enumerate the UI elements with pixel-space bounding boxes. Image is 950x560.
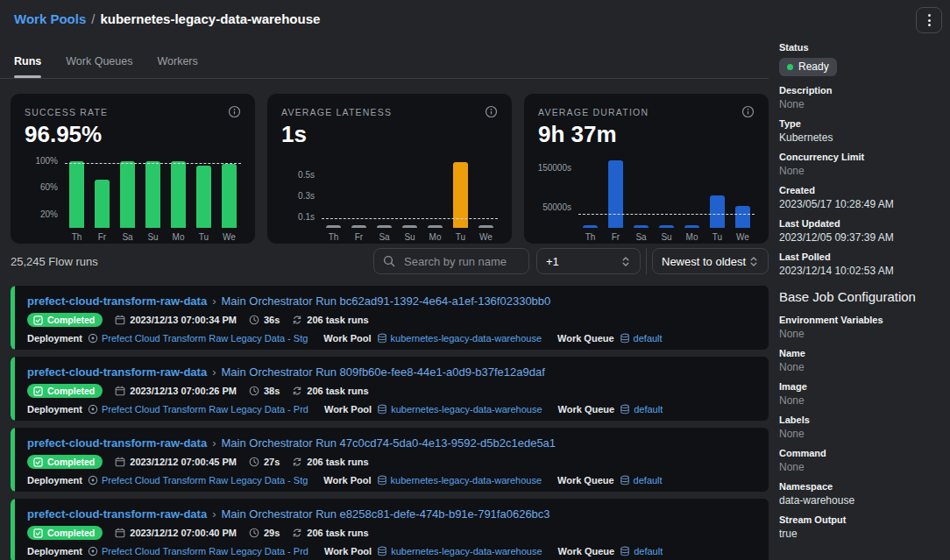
bar-We[interactable] <box>479 225 494 228</box>
flow-run-title: prefect-cloud-transform-raw-data›Main Or… <box>27 365 756 379</box>
tab-runs[interactable]: Runs <box>14 54 41 68</box>
bar-Fr[interactable] <box>608 160 624 228</box>
check-icon <box>33 315 43 325</box>
base-job-configuration-title: Base Job Configuration <box>779 288 942 306</box>
bar-Sa[interactable] <box>377 225 393 228</box>
bar-Su[interactable] <box>402 225 418 228</box>
work-pool-link[interactable]: kubernetes-legacy-data-warehouse <box>377 333 542 344</box>
bar-Su[interactable] <box>659 225 675 228</box>
tab-workers[interactable]: Workers <box>157 54 197 68</box>
info-icon[interactable] <box>741 105 755 118</box>
deployment-link[interactable]: Prefect Cloud Transform Raw Legacy Data … <box>88 333 308 344</box>
card-value: 1s <box>281 121 498 147</box>
bar-Fr[interactable] <box>95 180 110 228</box>
work-queue-link[interactable]: default <box>620 546 663 556</box>
flow-run-row[interactable]: prefect-cloud-transform-raw-data›Main Or… <box>11 499 769 560</box>
status-text: Ready <box>798 60 829 74</box>
sort-select[interactable]: Newest to oldest <box>652 248 769 274</box>
breadcrumb-work-pools-link[interactable]: Work Pools <box>14 11 86 26</box>
kebab-menu-button[interactable] <box>916 7 942 33</box>
bar-Fr[interactable] <box>351 225 367 228</box>
flow-run-meta: Completed 2023/12/13 07:00:34 PM 36s 206… <box>27 313 756 327</box>
bar-Sa[interactable] <box>120 161 136 228</box>
database-icon <box>620 546 630 556</box>
flow-run-name-link[interactable]: Main Orchestrator Run e8258c81-defe-474b… <box>221 507 549 521</box>
work-pool-label: Work Pool <box>323 333 371 344</box>
detail-label: Labels <box>779 415 942 426</box>
task-runs-icon <box>292 315 302 325</box>
bar-Th[interactable] <box>583 225 599 228</box>
stat-card-average-lateness: AVERAGE LATENESS 1s 0.5s0.3s0.1sThFrSaSu… <box>267 94 512 244</box>
sort-value: Newest to oldest <box>662 255 746 268</box>
completed-state-badge: Completed <box>27 313 103 327</box>
completed-state-badge: Completed <box>27 384 103 398</box>
bar-We[interactable] <box>735 206 751 228</box>
work-pool-link[interactable]: kubernetes-legacy-data-warehouse <box>377 546 542 556</box>
y-axis-tick: 20% <box>40 209 58 219</box>
search-box[interactable] <box>373 248 529 274</box>
bar-Su[interactable] <box>145 161 161 228</box>
flow-run-row[interactable]: prefect-cloud-transform-raw-data›Main Or… <box>11 286 769 350</box>
flow-name-link[interactable]: prefect-cloud-transform-raw-data <box>27 507 207 521</box>
detail-label: Description <box>779 85 942 96</box>
success-rate-chart: 100%60%20%ThFrSaSuMoTuWe <box>25 156 241 242</box>
detail-value: 2023/12/14 10:02:53 AM <box>779 265 942 278</box>
work-queue-link[interactable]: default <box>620 404 663 415</box>
database-icon <box>620 333 630 344</box>
flow-run-name-link[interactable]: Main Orchestrator Run 809fb60e-fee8-44e1… <box>221 365 544 379</box>
bar-Mo[interactable] <box>684 225 700 228</box>
flow-run-row[interactable]: prefect-cloud-transform-raw-data›Main Or… <box>11 357 769 421</box>
info-icon[interactable] <box>228 105 241 118</box>
calendar-icon <box>115 528 125 538</box>
bar-We[interactable] <box>222 164 238 228</box>
detail-value: None <box>779 165 942 178</box>
bar-Th[interactable] <box>69 161 85 228</box>
flow-run-row[interactable]: prefect-cloud-transform-raw-data›Main Or… <box>11 428 769 492</box>
flow-name-link[interactable]: prefect-cloud-transform-raw-data <box>27 365 207 379</box>
bar-Mo[interactable] <box>428 225 443 228</box>
bar-Mo[interactable] <box>171 161 187 228</box>
work-pool-link[interactable]: kubernetes-legacy-data-warehouse <box>377 475 542 486</box>
average-duration-chart: 150000s50000sThFrSaSuMoTuWe <box>538 156 755 242</box>
deployment-link[interactable]: Prefect Cloud Transform Raw Legacy Data … <box>88 546 308 556</box>
clock-icon <box>249 457 259 467</box>
database-icon <box>377 546 387 556</box>
flow-run-title: prefect-cloud-transform-raw-data›Main Or… <box>27 294 756 308</box>
deployment-tag: Deployment Prefect Cloud Transform Raw L… <box>27 546 308 556</box>
flow-name-link[interactable]: prefect-cloud-transform-raw-data <box>27 436 207 450</box>
bar-Tu[interactable] <box>710 195 726 228</box>
bar-Sa[interactable] <box>634 225 649 228</box>
bar-Th[interactable] <box>326 225 342 228</box>
info-icon[interactable] <box>485 105 498 118</box>
work-pool-link[interactable]: kubernetes-legacy-data-warehouse <box>377 404 542 415</box>
tab-work-queues[interactable]: Work Queues <box>66 54 132 68</box>
work-queue-label: Work Queue <box>557 475 614 486</box>
x-axis-label: Su <box>143 232 163 242</box>
detail-item: Created 2023/05/17 10:28:49 AM <box>779 185 942 211</box>
deployment-label: Deployment <box>27 404 82 415</box>
stat-card-success-rate: SUCCESS RATE 96.95% 100%60%20%ThFrSaSuMo… <box>11 94 255 244</box>
deployment-link[interactable]: Prefect Cloud Transform Raw Legacy Data … <box>88 404 308 415</box>
run-start-time: 2023/12/12 07:00:40 PM <box>115 528 237 538</box>
flow-run-name-link[interactable]: Main Orchestrator Run bc62ad91-1392-4e64… <box>221 294 550 308</box>
check-icon <box>33 528 43 538</box>
flow-run-meta: Completed 2023/12/13 07:00:26 PM 38s 206… <box>27 384 756 398</box>
x-axis-label: Su <box>400 232 420 242</box>
x-axis-label: Tu <box>450 232 471 242</box>
work-pool-tag: Work Pool kubernetes-legacy-data-warehou… <box>324 404 542 415</box>
detail-value: None <box>779 361 942 374</box>
flow-name-link[interactable]: prefect-cloud-transform-raw-data <box>27 294 207 308</box>
flow-run-name-link[interactable]: Main Orchestrator Run 47c0cd74-5da0-4e13… <box>221 436 556 450</box>
work-pool-label: Work Pool <box>323 475 371 486</box>
calendar-icon <box>115 315 125 325</box>
x-axis-label: We <box>476 232 496 242</box>
work-queue-link[interactable]: default <box>620 475 663 486</box>
detail-label: Created <box>779 185 942 196</box>
search-input[interactable] <box>402 254 520 269</box>
run-duration: 38s <box>249 386 280 396</box>
state-filter-select[interactable]: +1 <box>536 248 641 274</box>
work-queue-link[interactable]: default <box>620 333 663 344</box>
bar-Tu[interactable] <box>196 166 212 228</box>
deployment-link[interactable]: Prefect Cloud Transform Raw Legacy Data … <box>88 475 308 486</box>
y-axis-tick: 0.1s <box>298 212 315 222</box>
